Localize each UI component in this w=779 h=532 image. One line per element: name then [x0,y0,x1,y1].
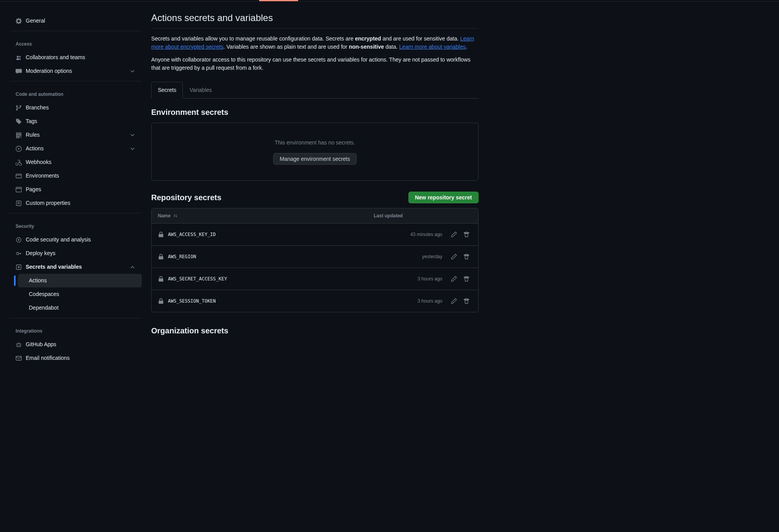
intro-paragraph-1: Secrets and variables allow you to manag… [151,35,479,51]
sidebar-item-code-security[interactable]: Code security and analysis [9,233,142,247]
column-updated-header: Last updated [374,212,444,219]
trash-icon [463,254,470,260]
general-label: General [26,17,45,25]
sidebar-item-branches[interactable]: Branches [9,101,142,115]
people-icon [16,55,22,61]
sidebar-item-custom-properties[interactable]: Custom properties [9,196,142,210]
manage-environment-secrets-button[interactable]: Manage environment secrets [273,153,357,165]
table-row: AWS_SESSION_TOKEN3 hours ago [152,290,478,312]
table-row: AWS_ACCESS_KEY_ID43 minutes ago [152,223,478,245]
scan-icon [16,237,22,243]
delete-secret-button[interactable] [461,229,472,240]
trash-icon [463,276,470,282]
secret-updated: 3 hours ago [372,275,442,282]
gear-icon [16,18,22,24]
webhook-icon [16,159,22,166]
chevron-down-icon [129,132,136,138]
repository-secrets-heading: Repository secrets [151,192,221,203]
edit-secret-button[interactable] [449,229,459,240]
sidebar-item-email-notifications[interactable]: Email notifications [9,351,142,365]
environment-secrets-box: This environment has no secrets. Manage … [151,123,479,181]
delete-secret-button[interactable] [461,296,472,307]
chevron-down-icon [129,68,136,74]
environment-empty-text: This environment has no secrets. [158,139,472,147]
sidebar-item-rules[interactable]: Rules [9,128,142,142]
secret-updated: 3 hours ago [372,298,442,305]
pencil-icon [451,298,457,304]
play-icon [16,146,22,152]
delete-secret-button[interactable] [461,273,472,284]
delete-secret-button[interactable] [461,251,472,262]
table-header: Name Last updated [152,208,478,223]
sidebar-item-moderation[interactable]: Moderation options [9,64,142,78]
comment-icon [16,68,22,74]
intro-paragraph-2: Anyone with collaborator access to this … [151,56,479,72]
secret-updated: 43 minutes ago [372,231,442,238]
secret-name: AWS_SESSION_TOKEN [168,298,372,305]
branch-icon [16,105,22,111]
sidebar-heading-integrations: Integrations [9,324,142,338]
browser-icon [16,187,22,193]
sidebar-item-actions[interactable]: Actions [9,142,142,155]
sidebar-item-general[interactable]: General [9,14,142,28]
sidebar-subitem-actions[interactable]: Actions [18,274,142,287]
secret-name: AWS_ACCESS_KEY_ID [168,231,372,238]
sidebar-item-pages[interactable]: Pages [9,183,142,196]
chevron-down-icon [129,146,136,152]
edit-secret-button[interactable] [449,296,459,307]
tab-secrets[interactable]: Secrets [151,82,183,99]
sidebar-item-webhooks[interactable]: Webhooks [9,155,142,169]
environment-secrets-heading: Environment secrets [151,106,479,118]
table-row: AWS_REGIONyesterday [152,245,478,268]
tag-icon [16,118,22,125]
sidebar-subitem-codespaces[interactable]: Codespaces [18,287,142,301]
edit-secret-button[interactable] [449,273,459,284]
sidebar-item-collaborators[interactable]: Collaborators and teams [9,51,142,64]
repository-secrets-table: Name Last updated AWS_ACCESS_KEY_ID43 mi… [151,208,479,312]
secret-updated: yesterday [372,253,442,260]
sidebar-item-github-apps[interactable]: GitHub Apps [9,338,142,351]
environments-icon [16,173,22,179]
secrets-variables-sublist: Actions Codespaces Dependabot [14,274,142,315]
lock-icon [158,231,164,238]
pencil-icon [451,231,457,238]
sidebar-heading-code: Code and automation [9,88,142,101]
edit-secret-button[interactable] [449,251,459,262]
learn-more-variables-link[interactable]: Learn more about variables [399,44,465,50]
lock-icon [158,254,164,260]
sort-icon [173,213,178,218]
sidebar-item-secrets-variables[interactable]: Secrets and variables [9,260,142,274]
tab-variables[interactable]: Variables [183,82,218,99]
pencil-icon [451,276,457,282]
trash-icon [463,298,470,304]
trash-icon [463,231,470,238]
organization-secrets-heading: Organization secrets [151,325,479,336]
secret-name: AWS_REGION [168,253,372,260]
mail-icon [16,355,22,361]
key-icon [16,250,22,257]
lock-icon [158,276,164,282]
sidebar-item-environments[interactable]: Environments [9,169,142,183]
lock-icon [158,298,164,304]
main-content: Actions secrets and variables Secrets an… [151,11,479,371]
table-row: AWS_SECRET_ACCESS_KEY3 hours ago [152,268,478,290]
secret-name: AWS_SECRET_ACCESS_KEY [168,275,372,282]
sidebar-heading-access: Access [9,37,142,51]
column-name-header[interactable]: Name [158,212,374,219]
sidebar-heading-security: Security [9,220,142,233]
chevron-up-icon [129,264,136,270]
rules-icon [16,132,22,138]
robot-icon [16,342,22,348]
tab-row: Secrets Variables [151,81,479,99]
new-repository-secret-button[interactable]: New repository secret [408,192,479,203]
note-icon [16,200,22,206]
settings-sidebar: General Access Collaborators and teams M… [9,11,142,371]
sidebar-item-deploy-keys[interactable]: Deploy keys [9,247,142,260]
pencil-icon [451,254,457,260]
page-title: Actions secrets and variables [151,11,479,28]
sidebar-item-tags[interactable]: Tags [9,115,142,128]
top-tab-indicator [0,0,779,1]
asterisk-icon [16,264,22,270]
sidebar-subitem-dependabot[interactable]: Dependabot [18,301,142,315]
